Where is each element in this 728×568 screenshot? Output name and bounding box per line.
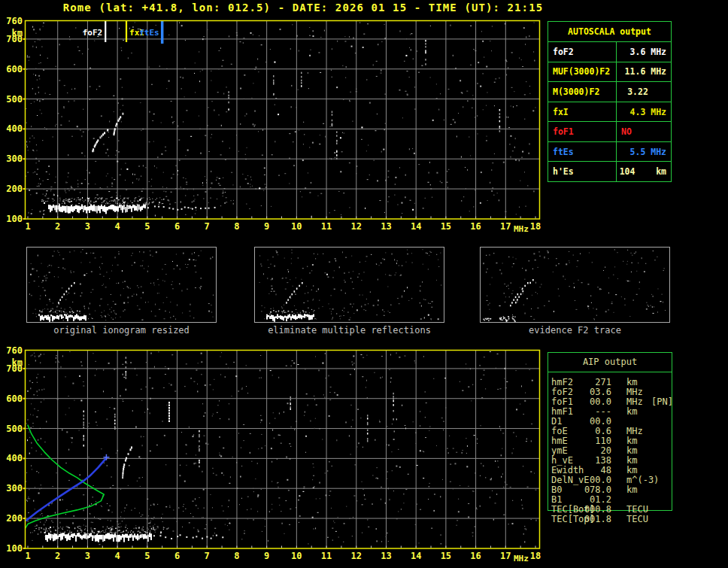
autoscala-row-value: 11.6 MHz (617, 62, 671, 82)
autoscala-row-label: MUF(3000)F2 (548, 62, 617, 82)
x-tick-label: 1 (17, 222, 38, 231)
x-tick-label: 15 (435, 551, 457, 560)
x-tick-label: 15 (435, 222, 457, 231)
aip-row-unit: TECU (626, 515, 648, 524)
autoscala-row-value: 104 km (617, 162, 671, 181)
marker-label-foF2: foF2 (57, 29, 102, 37)
autoscala-row-label: fxI (548, 102, 617, 122)
autoscala-row-value: NO (617, 122, 671, 141)
autoscala-row-foF1: foF1NO (548, 122, 671, 142)
x-tick-label: 2 (47, 222, 68, 231)
aip-row-unit: km (626, 407, 637, 417)
aip-row-unit: km (626, 485, 637, 495)
y-tick-label: 500 (2, 424, 23, 433)
thumbnail-eliminate-reflections (254, 247, 444, 323)
x-tick-label: 12 (346, 551, 367, 560)
y-tick-label: 300 (2, 484, 23, 493)
autoscala-row-ftEs: ftEs5.5 MHz (548, 142, 671, 163)
autoscala-row-foF2: foF23.6 MHz (548, 42, 671, 62)
x-tick-label: 13 (375, 551, 396, 560)
y-tick-label: 760 (2, 17, 23, 26)
caption-original-ionogram: original ionogram resized (19, 326, 224, 335)
x-tick-label: 13 (375, 222, 396, 231)
autoscala-row-fxI: fxI4.3 MHz (548, 102, 671, 123)
x-tick-label: 12 (346, 222, 367, 231)
autoscala-row-value: 3.22 (617, 82, 671, 102)
autoscala-row-label: foF2 (548, 42, 617, 62)
y-tick-label: 400 (2, 124, 23, 133)
aip-row-D1: D100.0 (551, 417, 672, 427)
thumbnail-original-ionogram (26, 247, 217, 323)
autoscala-row-M(3000)F2: M(3000)F23.22 (548, 82, 671, 102)
y-tick-label: 600 (2, 65, 23, 74)
aip-row-hmE: hmE110km (551, 436, 672, 446)
x-tick-label: 14 (405, 222, 426, 231)
top-ionogram-canvas (23, 20, 541, 221)
autoscala-row-value: 3.6 MHz (617, 42, 671, 62)
autoscala-row-label: h'Es (548, 162, 617, 181)
marker-label-ftEs: ftEs (114, 29, 159, 37)
autoscala-row-MUF(3000)F2: MUF(3000)F211.6 MHz (548, 62, 671, 83)
x-tick-label: 4 (107, 551, 128, 560)
x-tick-label: 5 (137, 222, 158, 231)
autoscala-screen: Rome (lat: +41.8, lon: 012.5) - DATE: 20… (0, 0, 728, 568)
autoscala-row-label: foF1 (548, 122, 617, 141)
autoscala-row-label: ftEs (548, 142, 617, 162)
y-tick-label: 200 (2, 514, 23, 523)
y-tick-label: 200 (2, 184, 23, 193)
y-tick-label: 300 (2, 154, 23, 163)
x-tick-label: 9 (256, 551, 278, 560)
aip-row-hmF1: hmF1---km (551, 407, 672, 417)
y-tick-label: 700 (2, 35, 23, 44)
x-tick-label: 3 (77, 222, 98, 231)
autoscala-row-h'Es: h'Es104 km (548, 162, 671, 181)
x-tick-label: 8 (226, 551, 247, 560)
x-tick-label: 2 (47, 551, 68, 560)
x-tick-label: 6 (167, 222, 188, 231)
thumbnail-evidence-f2-trace (480, 247, 670, 323)
aip-table-header: AIP output (548, 353, 672, 372)
x-tick-label: 1 (17, 551, 38, 560)
x-tick-label: 6 (167, 551, 188, 560)
aip-output-rows: hmF2271kmfoF203.6MHzfoF100.0MHz[PN]hmF1-… (551, 378, 672, 524)
aip-row-value: 001.8 (551, 515, 611, 524)
y-tick-label: 700 (2, 364, 23, 373)
x-axis-unit-label: MHz (514, 225, 529, 234)
y-tick-label: 500 (2, 95, 23, 104)
bottom-ionogram-canvas (23, 349, 541, 551)
autoscala-table-header: AUTOSCALA output (548, 22, 671, 42)
x-tick-label: 9 (256, 222, 278, 231)
x-tick-label: 8 (226, 222, 247, 231)
caption-eliminate-reflections: eliminate multiple reflections (247, 326, 452, 335)
y-tick-label: 400 (2, 454, 23, 463)
x-axis-unit-label: MHz (514, 554, 529, 563)
autoscala-row-value: 5.5 MHz (617, 142, 671, 162)
autoscala-output-table: AUTOSCALA output foF23.6 MHzMUF(3000)F21… (548, 21, 672, 182)
x-tick-label: 14 (405, 551, 426, 560)
x-tick-label: 3 (77, 551, 98, 560)
x-tick-label: 10 (286, 222, 307, 231)
caption-evidence-f2-trace: evidence F2 trace (472, 326, 678, 335)
x-tick-label: 5 (137, 551, 158, 560)
autoscala-row-label: M(3000)F2 (548, 82, 617, 102)
y-tick-label: 600 (2, 394, 23, 403)
aip-row-TEC[Top]: TEC[Top]001.8TECU (551, 515, 672, 524)
page-title: Rome (lat: +41.8, lon: 012.5) - DATE: 20… (0, 2, 606, 14)
x-tick-label: 7 (196, 222, 217, 231)
x-tick-label: 11 (316, 222, 337, 231)
x-tick-label: 16 (466, 551, 487, 560)
x-tick-label: 10 (286, 551, 307, 560)
x-tick-label: 11 (316, 551, 337, 560)
y-tick-label: 760 (2, 346, 23, 355)
autoscala-row-value: 4.3 MHz (617, 102, 671, 122)
aip-row-DelN_vE: DelN_vE00.0m^(-3) (551, 475, 672, 485)
x-tick-label: 16 (466, 222, 487, 231)
aip-row-foE: foE0.6MHz (551, 427, 672, 436)
x-tick-label: 7 (196, 551, 217, 560)
aip-row-B0: B0078.0km (551, 485, 672, 495)
aip-row-extra: [PN] (651, 397, 673, 407)
x-tick-label: 4 (107, 222, 128, 231)
